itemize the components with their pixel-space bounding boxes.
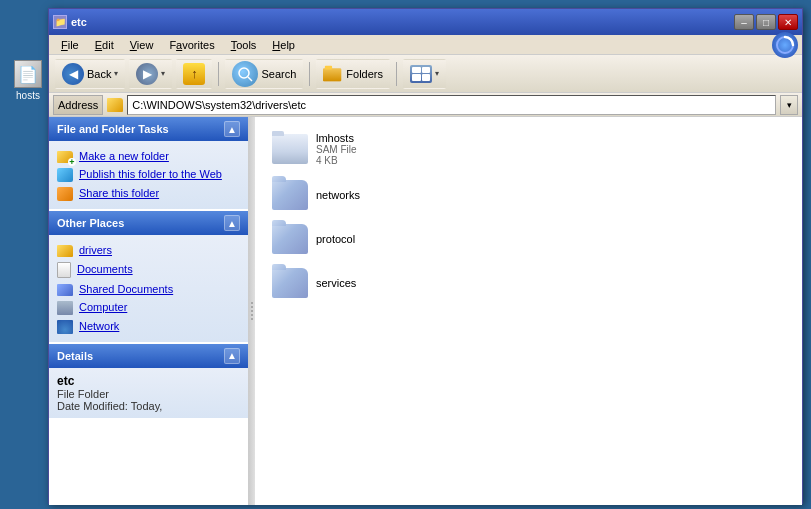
desktop-icon-label: hosts [16,90,40,101]
maximize-button[interactable]: □ [756,14,776,30]
details-name: etc [57,374,240,388]
search-button[interactable]: Search [225,59,303,89]
toolbar-separator-1 [218,62,219,86]
other-places-documents[interactable]: Documents [57,260,240,280]
file-item-networks[interactable]: networks [263,173,794,217]
search-label: Search [261,68,296,80]
other-places-computer[interactable]: Computer [57,298,240,317]
file-item-lmhosts[interactable]: lmhosts SAM File 4 KB [263,125,794,173]
address-input[interactable] [127,95,776,115]
title-bar-buttons: – □ ✕ [734,14,798,30]
views-dropdown-arrow[interactable]: ▾ [435,69,439,78]
back-button[interactable]: ◀ Back ▾ [55,59,125,89]
menu-tools[interactable]: Tools [223,37,265,53]
window-title: etc [71,16,87,28]
network-label: Network [79,319,119,333]
views-button[interactable]: ▾ [403,59,446,89]
lmhosts-info: lmhosts SAM File 4 KB [316,132,357,166]
other-places-drivers[interactable]: drivers [57,241,240,259]
lmhosts-type: SAM File [316,144,357,155]
folders-label: Folders [346,68,383,80]
minimize-button[interactable]: – [734,14,754,30]
shared-docs-label: Shared Documents [79,282,173,296]
make-new-folder-item[interactable]: Make a new folder [57,147,240,165]
menu-help[interactable]: Help [264,37,303,53]
menu-bar: File Edit View Favorites Tools Help [49,35,802,55]
loading-icon [772,32,798,58]
menu-file[interactable]: File [53,37,87,53]
drivers-folder-icon [57,245,73,257]
newfolder-icon [57,151,73,163]
make-new-folder-label: Make a new folder [79,149,169,163]
other-places-collapse[interactable]: ▲ [224,215,240,231]
other-places-title: Other Places [57,217,124,229]
up-button[interactable]: ↑ [176,59,212,89]
documents-icon [57,262,71,278]
other-places-shared-docs[interactable]: Shared Documents [57,280,240,298]
desktop-icon-hosts[interactable]: 📄 hosts [8,60,48,101]
search-icon [232,61,258,87]
menu-edit[interactable]: Edit [87,37,122,53]
share-folder-label: Share this folder [79,186,159,200]
documents-label: Documents [77,262,133,276]
folders-icon [323,64,343,84]
views-icon [410,65,432,83]
details-body: etc File Folder Date Modified: Today, [49,368,248,418]
svg-rect-5 [325,65,332,69]
details-section: Details ▲ etc File Folder Date Modified:… [49,344,248,418]
publish-folder-label: Publish this folder to the Web [79,167,222,181]
details-date: Date Modified: Today, [57,400,240,412]
back-icon: ◀ [62,63,84,85]
file-folder-tasks-header[interactable]: File and Folder Tasks ▲ [49,117,248,141]
computer-label: Computer [79,300,127,314]
file-item-services[interactable]: services [263,261,794,305]
address-bar: Address ▾ [49,93,802,117]
content-area: File and Folder Tasks ▲ Make a new folde… [49,117,802,505]
protocol-folder-icon [272,224,308,254]
forward-button[interactable]: ▶ ▾ [129,59,172,89]
forward-icon: ▶ [136,63,158,85]
networks-name: networks [316,189,360,201]
other-places-section: Other Places ▲ drivers Documents [49,211,248,342]
resize-dots [251,302,253,320]
desktop: 📄 hosts 📁 etc – □ ✕ File Edit View Favor… [0,0,811,509]
publish-folder-item[interactable]: Publish this folder to the Web [57,165,240,184]
protocol-name: protocol [316,233,355,245]
other-places-header[interactable]: Other Places ▲ [49,211,248,235]
title-bar-left: 📁 etc [53,15,87,29]
share-folder-item[interactable]: Share this folder [57,184,240,203]
window-icon: 📁 [53,15,67,29]
back-dropdown-arrow[interactable]: ▾ [114,69,118,78]
services-name: services [316,277,356,289]
details-header[interactable]: Details ▲ [49,344,248,368]
views-icon-cell-2 [422,67,431,74]
network-icon [57,320,73,334]
views-icon-cell-3 [412,74,421,81]
details-collapse[interactable]: ▲ [224,348,240,364]
toolbar-separator-3 [396,62,397,86]
address-folder-icon [107,98,123,112]
toolbar: ◀ Back ▾ ▶ ▾ ↑ S [49,55,802,93]
other-places-network[interactable]: Network [57,317,240,336]
menu-favorites[interactable]: Favorites [161,37,222,53]
close-button[interactable]: ✕ [778,14,798,30]
title-bar: 📁 etc – □ ✕ [49,9,802,35]
menu-view[interactable]: View [122,37,162,53]
svg-line-2 [248,77,252,81]
hosts-file-icon: 📄 [14,60,42,88]
views-icon-cell-4 [422,74,431,81]
folders-button[interactable]: Folders [316,59,390,89]
details-title: Details [57,350,93,362]
services-folder-icon [272,268,308,298]
file-list: lmhosts SAM File 4 KB networks protocol [263,125,794,305]
up-icon: ↑ [183,63,205,85]
lmhosts-name: lmhosts [316,132,357,144]
forward-dropdown-arrow[interactable]: ▾ [161,69,165,78]
share-icon [57,187,73,201]
svg-rect-4 [323,68,341,81]
svg-point-1 [239,68,249,78]
file-item-protocol[interactable]: protocol [263,217,794,261]
address-dropdown-button[interactable]: ▾ [780,95,798,115]
other-places-body: drivers Documents Shared Documents [49,235,248,342]
file-folder-tasks-collapse[interactable]: ▲ [224,121,240,137]
